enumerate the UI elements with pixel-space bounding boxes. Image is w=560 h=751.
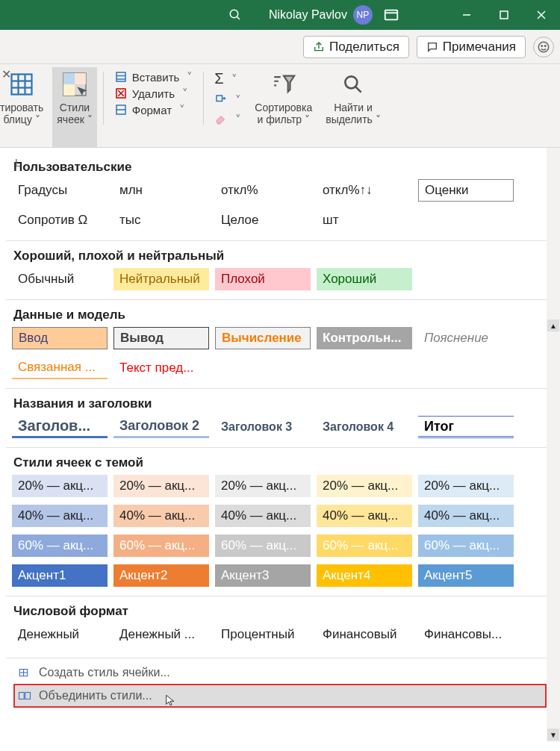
comments-label: Примечания — [443, 40, 516, 54]
gallery-footer: Создать стиль ячейки... Объединить стили… — [6, 658, 554, 711]
style-cell[interactable]: Текст пред... — [113, 357, 209, 379]
delete-cells[interactable]: Удалить˅ — [114, 87, 193, 100]
svg-rect-19 — [63, 84, 75, 96]
style-cell[interactable]: Заголов... — [12, 416, 108, 438]
style-cell[interactable]: Вывод — [113, 327, 209, 349]
gallery-scrollbar[interactable]: ▲ ▼ — [547, 148, 560, 742]
close-button[interactable] — [523, 0, 560, 30]
svg-rect-28 — [217, 96, 223, 102]
style-cell[interactable]: 20% — акц... — [12, 475, 108, 497]
format-table-label: тировать блицу ˅ — [0, 102, 43, 125]
style-cell[interactable]: 20% — акц... — [113, 475, 209, 497]
style-cell[interactable]: Ввод — [12, 327, 108, 349]
format-cells[interactable]: Формат˅ — [114, 103, 193, 116]
maximize-button[interactable] — [485, 0, 523, 30]
svg-point-8 — [538, 42, 549, 52]
style-cell[interactable]: 60% — акц... — [215, 535, 311, 557]
cell-styles-gallery: Пользовательские Градусымлноткл%откл%↑↓О… — [0, 148, 560, 742]
comments-button[interactable]: Примечания — [417, 36, 526, 58]
style-cell[interactable]: откл% — [215, 179, 311, 202]
style-cell[interactable]: шт — [317, 209, 412, 231]
style-cell[interactable]: Контрольн... — [317, 327, 412, 349]
style-cell[interactable]: 40% — акц... — [215, 505, 311, 527]
share-bar: Поделиться Примечания — [0, 30, 560, 64]
svg-rect-18 — [75, 73, 86, 84]
svg-rect-11 — [12, 75, 32, 95]
ribbon-display-icon[interactable] — [383, 7, 399, 23]
style-cell[interactable]: 40% — акц... — [317, 505, 412, 527]
style-cell[interactable]: 20% — акц... — [317, 475, 412, 497]
style-cell[interactable]: Финансовый — [317, 623, 412, 646]
ribbon: ✕ тировать блицу ˅ Стили ячеек ˅ Вставит… — [0, 64, 560, 148]
style-cell[interactable]: Заголовок 3 — [215, 416, 311, 438]
new-cell-style[interactable]: Создать стиль ячейки... — [13, 661, 547, 684]
style-cell[interactable]: Хороший — [317, 268, 412, 290]
style-cell[interactable]: Заголовок 4 — [317, 416, 412, 438]
style-cell[interactable]: Акцент4 — [317, 564, 412, 587]
merge-styles[interactable]: Объединить стили... — [13, 684, 547, 708]
svg-point-10 — [545, 45, 547, 46]
scroll-up-icon[interactable]: ▲ — [547, 320, 559, 331]
style-cell[interactable]: Нейтральный — [113, 268, 209, 290]
clear[interactable]: ˅ — [214, 113, 241, 126]
avatar[interactable]: NP — [353, 5, 373, 25]
style-cell[interactable]: Акцент1 — [12, 564, 108, 587]
style-cell[interactable]: Денежный — [12, 623, 108, 646]
style-cell[interactable]: 60% — акц... — [12, 535, 108, 557]
editing-icons: Σ˅ ˅ ˅ — [210, 67, 246, 147]
style-cell[interactable]: Целое — [215, 209, 311, 231]
style-cell[interactable]: Финансовы... — [418, 623, 514, 646]
style-cell[interactable]: Сопротив Ω — [12, 209, 108, 231]
style-cell[interactable]: Плохой — [215, 268, 311, 290]
section-gbn: Хороший, плохой и нейтральный — [6, 243, 554, 267]
style-cell[interactable]: 60% — акц... — [113, 535, 209, 557]
scroll-down-icon[interactable]: ▼ — [547, 729, 559, 741]
svg-rect-20 — [116, 72, 125, 81]
style-cell[interactable]: 40% — акц... — [418, 505, 514, 527]
style-cell[interactable]: 20% — акц... — [418, 475, 514, 497]
cells-group: Вставить˅ Удалить˅ Формат˅ — [110, 67, 198, 147]
style-cell[interactable]: Акцент5 — [418, 564, 514, 587]
style-cell[interactable]: 40% — акц... — [12, 505, 108, 527]
style-cell[interactable]: Связанная ... — [12, 357, 108, 379]
find-select-label: Найти и выделить ˅ — [326, 102, 381, 125]
style-cell[interactable]: Итог — [418, 416, 514, 438]
autosum[interactable]: Σ˅ — [214, 70, 241, 87]
insert-cells[interactable]: Вставить˅ — [114, 70, 193, 84]
find-select[interactable]: Найти и выделить ˅ — [321, 67, 385, 147]
svg-point-0 — [230, 10, 238, 18]
style-cell[interactable]: Обычный — [12, 268, 108, 290]
svg-rect-34 — [19, 693, 25, 699]
style-cell[interactable]: 60% — акц... — [418, 535, 514, 557]
cell-styles-icon — [58, 69, 91, 100]
fill[interactable]: ˅ — [214, 93, 241, 107]
style-cell[interactable]: откл%↑↓ — [317, 179, 412, 202]
style-cell[interactable]: Акцент3 — [215, 564, 311, 587]
formula-bar-fx[interactable]: ✕ — [1, 67, 11, 81]
style-cell[interactable]: Заголовок 2 — [113, 416, 209, 438]
svg-line-1 — [237, 16, 240, 19]
style-cell[interactable]: 60% — акц... — [317, 535, 412, 557]
share-label: Поделиться — [329, 40, 399, 54]
style-cell[interactable]: Денежный ... — [113, 623, 209, 646]
sort-filter[interactable]: Сортировка и фильтр ˅ — [250, 67, 317, 147]
minimize-button[interactable] — [448, 0, 485, 30]
style-cell[interactable]: Процентный — [215, 623, 311, 646]
cell-styles[interactable]: Стили ячеек ˅ — [52, 67, 96, 147]
style-cell[interactable]: тыс — [113, 209, 209, 231]
find-icon — [337, 69, 370, 100]
style-cell[interactable]: Пояснение — [418, 327, 514, 349]
style-cell[interactable]: Градусы — [12, 179, 108, 202]
style-cell[interactable]: Акцент2 — [113, 564, 209, 587]
style-cell[interactable]: Вычисление — [215, 327, 311, 349]
style-cell[interactable]: 20% — акц... — [215, 475, 311, 497]
share-button[interactable]: Поделиться — [303, 36, 409, 58]
style-cell[interactable]: млн — [113, 179, 209, 202]
svg-rect-17 — [63, 73, 75, 84]
column-header-L[interactable]: L — [15, 157, 21, 169]
style-cell[interactable]: Оценки — [418, 179, 514, 202]
style-cell[interactable]: 40% — акц... — [113, 505, 209, 527]
feedback-icon[interactable] — [533, 37, 554, 57]
user-name[interactable]: Nikolay Pavlov — [269, 8, 347, 22]
search-icon[interactable] — [224, 8, 246, 22]
